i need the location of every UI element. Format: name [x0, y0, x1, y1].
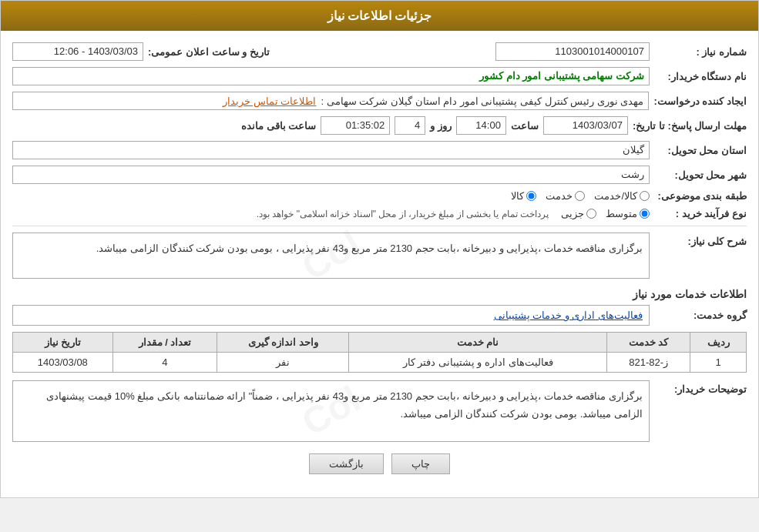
category-kala-khedmat-radio[interactable]: [640, 191, 650, 201]
general-desc-box: Col برگزاری مناقصه خدمات ،پذیرایی و دبیر…: [12, 233, 650, 279]
category-khedmat-option[interactable]: خدمت: [546, 190, 585, 202]
cell-code: ز-82-821: [607, 353, 690, 373]
process-jozi-radio[interactable]: [586, 209, 596, 219]
deadline-label: مهلت ارسال پاسخ: تا تاریخ:: [633, 120, 747, 132]
watermark2: Col: [288, 367, 373, 454]
service-table: ردیف کد خدمت نام خدمت واحد اندازه گیری ت…: [12, 332, 747, 373]
process-jozi-label: جزیی: [561, 208, 584, 219]
city-value: رشت: [12, 166, 650, 184]
city-label: شهر محل تحویل:: [654, 169, 747, 181]
process-jozi-option[interactable]: جزیی: [561, 208, 596, 219]
cell-unit: نفر: [217, 353, 349, 373]
back-button[interactable]: بازگشت: [309, 453, 384, 474]
cell-radif: 1: [690, 353, 747, 373]
category-kala-label: کالا: [511, 190, 524, 202]
general-desc-label: شرح کلی نیاز:: [654, 233, 747, 247]
need-number-label: شماره نیاز :: [654, 46, 747, 58]
deadline-time: 14:00: [456, 116, 506, 135]
process-motovaset-option[interactable]: متوسط: [606, 208, 650, 219]
requester-value: مهدی نوری رئیس کنترل کیفی پشتیبانی امور …: [12, 92, 649, 110]
province-label: استان محل تحویل:: [654, 145, 747, 156]
process-label: نوع فرآیند خرید :: [654, 208, 747, 219]
cell-name: فعالیت‌های اداره و پشتیبانی دفتر کار: [349, 353, 607, 373]
buyer-notes-label: توضیحات خریدار:: [654, 380, 747, 395]
category-khedmat-radio[interactable]: [575, 191, 585, 201]
buyer-org-value: شرکت سهامی پشتیبانی امور دام کشور: [12, 67, 650, 85]
deadline-date: 1403/03/07: [543, 116, 628, 135]
category-khedmat-label: خدمت: [546, 190, 573, 202]
need-number-value: 1103001014000107: [495, 42, 650, 61]
date-value: 1403/03/03 - 12:06: [12, 42, 143, 61]
col-name: نام خدمت: [349, 333, 607, 353]
col-quantity: تعداد / مقدار: [113, 333, 217, 353]
service-group-value: فعالیت‌های اداری و خدمات پشتیبانی: [12, 305, 650, 326]
process-motovaset-label: متوسط: [606, 208, 637, 219]
date-label: تاریخ و ساعت اعلان عمومی:: [148, 46, 270, 58]
province-value: گیلان: [12, 141, 650, 159]
process-radio-group: متوسط جزیی: [561, 208, 650, 219]
buyer-org-label: نام دستگاه خریدار:: [654, 71, 747, 82]
requester-contact-link[interactable]: اطلاعات تماس خریدار: [223, 95, 316, 107]
cell-quantity: 4: [113, 353, 217, 373]
page-title: جزئیات اطلاعات نیاز: [1, 1, 758, 31]
cell-date: 1403/03/08: [13, 353, 113, 373]
col-code: کد خدمت: [607, 333, 690, 353]
category-label: طبقه بندی موضوعی:: [654, 190, 747, 202]
category-kala-option[interactable]: کالا: [511, 190, 536, 202]
table-row: 1ز-82-821فعالیت‌های اداره و پشتیبانی دفت…: [13, 353, 747, 373]
deadline-remaining-label: ساعت باقی مانده: [241, 120, 316, 132]
category-radio-group: کالا/خدمت خدمت کالا: [511, 190, 650, 202]
col-radif: ردیف: [690, 333, 747, 353]
service-group-label: گروه خدمت:: [654, 309, 747, 321]
deadline-remaining: 01:35:02: [321, 116, 390, 135]
col-unit: واحد اندازه گیری: [217, 333, 349, 353]
requester-label: ایجاد کننده درخواست:: [653, 95, 747, 107]
col-date: تاریخ نیاز: [13, 333, 113, 353]
service-info-title: اطلاعات خدمات مورد نیاز: [12, 288, 747, 300]
category-kala-khedmat-label: کالا/خدمت: [594, 190, 637, 202]
process-note: پرداخت تمام یا بخشی از مبلغ خریدار، از م…: [257, 209, 549, 219]
buyer-notes-box: Col برگزاری مناقصه خدمات ،پذیرایی و دبیر…: [12, 380, 650, 442]
category-kala-radio[interactable]: [526, 191, 536, 201]
deadline-time-label: ساعت: [511, 120, 539, 132]
process-motovaset-radio[interactable]: [640, 209, 650, 219]
deadline-day-label: روز و: [430, 120, 452, 132]
print-button[interactable]: چاپ: [391, 453, 450, 474]
deadline-days: 4: [395, 116, 425, 135]
category-kala-khedmat-option[interactable]: کالا/خدمت: [594, 190, 650, 202]
button-row: چاپ بازگشت: [12, 453, 747, 486]
